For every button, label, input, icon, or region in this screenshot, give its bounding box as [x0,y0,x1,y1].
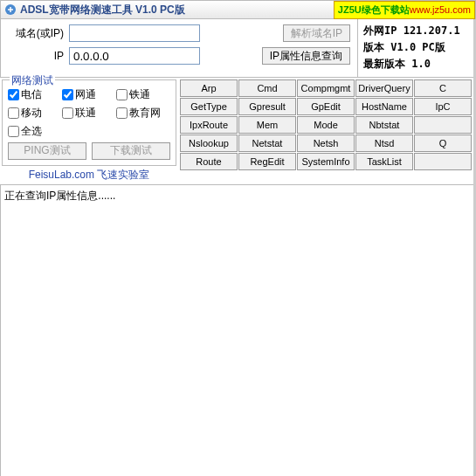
ip-input[interactable] [69,47,200,65]
cmd-button-Ntsd[interactable]: Ntsd [355,135,413,152]
info-panel: 外网IP 121.207.1 版本 V1.0 PC版 最新版本 1.0 [357,19,475,77]
cmd-button-IpxRoute[interactable]: IpxRoute [180,116,238,134]
select-all-label: 全选 [21,124,42,139]
cmd-button-TaskList[interactable]: TaskList [355,153,413,170]
cmd-button-HostName[interactable]: HostName [355,98,413,115]
cmd-button-SystemInfo[interactable]: SystemInfo [297,153,355,170]
cmd-button-Netstat[interactable]: Netstat [238,135,296,152]
version-text: 版本 V1.0 PC版 [363,39,470,56]
isp-label: 联通 [75,106,96,121]
cmd-button-DriverQuery[interactable]: DriverQuery [355,79,413,97]
isp-checkbox-5[interactable] [116,107,128,119]
ip-info-button[interactable]: IP属性信息查询 [262,47,350,65]
isp-checkbox-0[interactable] [8,89,19,100]
select-all-checkbox[interactable] [8,126,19,137]
cmd-button-Gpresult[interactable]: Gpresult [238,98,296,115]
window-title: ADSL宽带网络测速工具 V1.0 PC版 [20,3,185,17]
cmd-button-GpEdit[interactable]: GpEdit [297,98,355,115]
resolve-domain-button[interactable]: 解析域名IP [283,24,350,42]
cmd-button-Netsh[interactable]: Netsh [297,135,355,152]
domain-input[interactable] [69,24,200,42]
cmd-button-IpC[interactable]: IpC [414,98,472,115]
isp-checkbox-4[interactable] [62,107,73,119]
cmd-button-Mem[interactable]: Mem [238,116,296,134]
isp-label: 铁通 [129,87,150,102]
isp-label: 电信 [21,87,42,102]
cmd-button-Cmd[interactable]: Cmd [238,79,296,97]
cmd-button-Compmgmt[interactable]: Compmgmt [297,79,355,97]
download-test-button[interactable]: 下载测试 [92,142,170,160]
app-icon [4,3,17,16]
cmd-button-GetType[interactable]: GetType [180,98,238,115]
isp-checkbox-2[interactable] [116,89,128,100]
cmd-button-Mode[interactable]: Mode [297,116,355,134]
cmd-button-Nbtstat[interactable]: Nbtstat [355,116,413,134]
wan-ip-text: 外网IP 121.207.1 [363,23,470,39]
output-textarea[interactable]: 正在查询IP属性信息...... [0,184,476,476]
command-panel: ArpCmdCompmgmtDriverQueryCGetTypeGpresul… [178,78,476,184]
cmd-button-Route[interactable]: Route [180,153,238,170]
ip-label: IP [8,50,64,62]
isp-checkbox-1[interactable] [62,89,73,100]
isp-label: 教育网 [129,106,161,121]
group-legend: 网络测试 [10,73,55,88]
network-test-group: 网络测试 电信网通铁通移动联通教育网 全选 PING测试 下载测试 [2,79,176,166]
cmd-button-RegEdit[interactable]: RegEdit [238,153,296,170]
isp-label: 移动 [21,106,42,121]
cmd-button-Arp[interactable]: Arp [180,79,238,97]
domain-label: 域名(或IP) [8,26,64,41]
cmd-button-blank-14[interactable] [414,116,472,134]
lab-link[interactable]: FeisuLab.com 飞速实验室 [0,168,178,183]
cmd-button-blank-24[interactable] [414,153,472,170]
isp-checkbox-3[interactable] [8,107,19,119]
isp-label: 网通 [75,87,96,102]
cmd-button-Q[interactable]: Q [414,135,472,152]
cmd-button-C[interactable]: C [414,79,472,97]
cmd-button-Nslookup[interactable]: Nslookup [180,135,238,152]
ping-test-button[interactable]: PING测试 [8,142,86,160]
watermark-badge: JZ5U绿色下载站www.jz5u.com [334,1,475,19]
input-panel: 域名(或IP) 解析域名IP IP IP属性信息查询 [1,19,357,77]
latest-version-text: 最新版本 1.0 [363,56,470,72]
